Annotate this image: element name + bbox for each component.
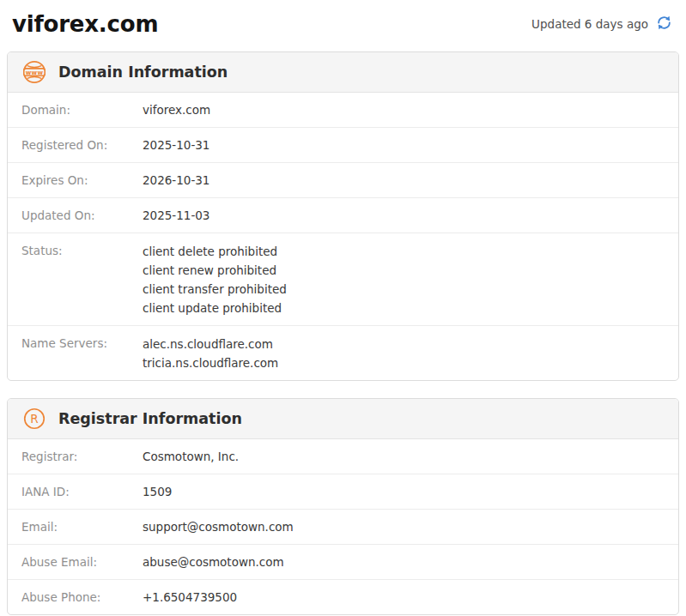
www-globe-icon: www (21, 59, 47, 85)
registrar-panel-header: R Registrar Information (8, 399, 678, 439)
refresh-icon (656, 15, 672, 33)
field-label: Registered On: (21, 136, 143, 154)
svg-text:www: www (26, 69, 44, 76)
field-label: Name Servers: (21, 335, 143, 372)
field-value: abuse@cosmotown.com (143, 553, 284, 571)
table-row-domain: Domain: viforex.com (8, 93, 678, 128)
registrar-panel-title: Registrar Information (58, 410, 242, 427)
updated-status: Updated 6 days ago (531, 15, 672, 33)
table-row-name-servers: Name Servers: alec.ns.cloudflare.com tri… (8, 326, 678, 380)
table-row-registered-on: Registered On: 2025-10-31 (8, 128, 678, 163)
field-value: alec.ns.cloudflare.com (143, 335, 278, 353)
field-value: +1.6504739500 (143, 589, 237, 607)
refresh-button[interactable] (655, 15, 672, 33)
table-row-updated-on: Updated On: 2025-11-03 (8, 198, 678, 233)
table-row-registrar: Registrar: Cosmotown, Inc. (8, 439, 678, 474)
field-value: viforex.com (143, 101, 210, 119)
registered-trademark-icon: R (21, 406, 47, 432)
field-value: 2025-10-31 (143, 136, 209, 154)
field-label: Expires On: (21, 172, 143, 190)
field-value: client renew prohibited (143, 261, 287, 280)
table-row-iana-id: IANA ID: 1509 (8, 474, 678, 510)
field-value: client delete prohibited (143, 242, 287, 261)
field-value: 1509 (143, 483, 172, 501)
table-row-abuse-phone: Abuse Phone: +1.6504739500 (8, 580, 678, 614)
page-title: viforex.com (12, 11, 158, 37)
updated-text: Updated 6 days ago (531, 17, 648, 31)
field-label: Abuse Phone: (21, 589, 143, 607)
table-row-email: Email: support@cosmotown.com (8, 510, 678, 545)
domain-panel-header: www Domain Information (8, 52, 678, 93)
topbar: viforex.com Updated 6 days ago (0, 0, 686, 51)
field-value: support@cosmotown.com (143, 518, 294, 536)
field-label: Updated On: (21, 207, 143, 225)
table-row-abuse-email: Abuse Email: abuse@cosmotown.com (8, 545, 678, 580)
svg-text:R: R (30, 412, 39, 426)
field-label: Registrar: (21, 448, 143, 466)
field-value: Cosmotown, Inc. (143, 448, 239, 466)
registrar-information-panel: R Registrar Information Registrar: Cosmo… (7, 398, 679, 615)
domain-information-panel: www Domain Information Domain: viforex.c… (7, 51, 679, 381)
table-row-expires-on: Expires On: 2026-10-31 (8, 163, 678, 198)
table-row-status: Status: client delete prohibited client … (8, 233, 678, 326)
field-label: Status: (21, 242, 143, 317)
field-value: 2025-11-03 (143, 207, 209, 225)
field-value: 2026-10-31 (143, 172, 209, 190)
field-value: client update prohibited (143, 299, 287, 317)
domain-panel-title: Domain Information (58, 63, 228, 81)
field-label: IANA ID: (21, 483, 143, 501)
field-value: client transfer prohibited (143, 280, 287, 299)
field-value: tricia.ns.cloudflare.com (143, 353, 278, 372)
field-label: Abuse Email: (21, 553, 143, 571)
field-label: Domain: (21, 101, 143, 119)
field-label: Email: (21, 518, 143, 536)
